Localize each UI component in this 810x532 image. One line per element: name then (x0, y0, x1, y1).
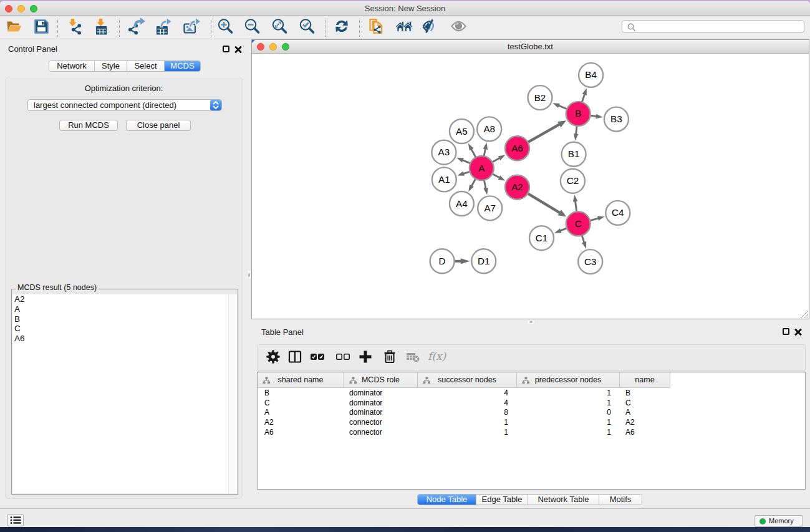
mcds-result-item[interactable]: A (12, 304, 237, 314)
column-header-successor-nodes[interactable]: successor nodes (418, 372, 517, 388)
mcds-result-item[interactable]: A2 (12, 294, 237, 304)
graph-node-A1[interactable]: A1 (432, 167, 456, 191)
graph-node-B2[interactable]: B2 (528, 85, 552, 110)
graph-node-D1[interactable]: D1 (471, 249, 496, 273)
memory-button[interactable]: Memory (755, 515, 803, 527)
mcds-result-item[interactable]: A6 (12, 334, 237, 344)
search-input[interactable] (639, 21, 801, 32)
column-header-shared-name[interactable]: shared name (258, 372, 344, 388)
table-panel-close-button[interactable] (794, 328, 802, 336)
task-history-button[interactable] (7, 514, 24, 526)
graph-node-A8[interactable]: A8 (477, 117, 501, 141)
table-row[interactable]: Adominator80A (258, 408, 805, 418)
table-row[interactable]: Cdominator41C (258, 399, 805, 409)
graph-node-A5[interactable]: A5 (450, 119, 474, 143)
graph-edge-C-C1[interactable] (554, 228, 567, 233)
control-panel-tab-mcds[interactable]: MCDS (165, 61, 200, 71)
graph-edge-A-A4[interactable] (468, 178, 476, 191)
delete-column-button[interactable] (382, 349, 397, 367)
control-panel-tab-network[interactable]: Network (49, 61, 95, 71)
graph-node-C[interactable]: C (566, 211, 591, 236)
run-mcds-button[interactable]: Run MCDS (59, 120, 118, 131)
clone-network-button[interactable] (368, 18, 385, 37)
graph-edge-A-A7[interactable] (483, 180, 488, 195)
mcds-result-item[interactable]: C (12, 324, 237, 334)
hide-selected-button[interactable] (422, 18, 439, 37)
select-all-columns-button[interactable] (310, 349, 325, 367)
column-header-MCDS-role[interactable]: MCDS role (344, 372, 418, 388)
table-tab-network-table[interactable]: Network Table (528, 495, 599, 505)
nested-network-button[interactable] (396, 18, 413, 37)
table-row[interactable]: Bdominator41B (258, 389, 805, 399)
table-tab-edge-table[interactable]: Edge Table (476, 495, 528, 505)
search-box[interactable] (622, 20, 804, 33)
graph-node-B3[interactable]: B3 (604, 107, 629, 132)
table-panel-float-button[interactable] (783, 328, 789, 335)
delete-table-button[interactable] (405, 349, 420, 367)
zoom-in-button[interactable] (217, 18, 234, 37)
refresh-layout-button[interactable] (334, 18, 350, 37)
graph-node-A2[interactable]: A2 (505, 175, 529, 200)
mcds-result-list[interactable]: A2ABCA6 (12, 294, 237, 493)
graph-edge-C-C4[interactable] (590, 216, 605, 220)
zoom-selected-button[interactable] (299, 18, 316, 37)
graph-edge-B-B3[interactable] (590, 114, 603, 119)
graph-node-D[interactable]: D (430, 249, 455, 273)
close-panel-button[interactable]: Close panel (126, 120, 191, 131)
graph-edge-B-B2[interactable] (552, 103, 567, 109)
graph-edge-C-C3[interactable] (582, 235, 586, 249)
graph-node-B1[interactable]: B1 (562, 142, 586, 167)
zoom-out-button[interactable] (244, 18, 261, 37)
column-header-predecessor-nodes[interactable]: predecessor nodes (517, 372, 620, 388)
mcds-result-item[interactable]: B (12, 314, 237, 324)
horizontal-split-handle[interactable] (527, 320, 535, 324)
graph-edge-B-B4[interactable] (582, 88, 587, 102)
graph-node-C2[interactable]: C2 (561, 169, 585, 193)
control-panel-close-button[interactable] (234, 46, 242, 53)
graph-edge-D-D1[interactable] (454, 258, 470, 264)
column-header-name[interactable]: name (620, 372, 670, 388)
import-network-button[interactable] (67, 18, 84, 37)
table-row[interactable]: A6connector11A6 (258, 428, 805, 438)
table-options-gear-button[interactable] (266, 349, 281, 367)
vertical-split-handle[interactable] (247, 270, 251, 279)
control-panel-tab-select[interactable]: Select (127, 61, 165, 71)
graph-edge-B-B1[interactable] (574, 125, 579, 140)
create-column-button[interactable] (358, 349, 373, 367)
graph-node-A7[interactable]: A7 (478, 196, 502, 220)
control-panel-tab-style[interactable]: Style (95, 61, 127, 71)
graph-node-A3[interactable]: A3 (432, 140, 456, 165)
graph-node-B4[interactable]: B4 (579, 63, 603, 87)
graph-edge-A-A1[interactable] (457, 172, 470, 176)
graph-node-B[interactable]: B (566, 102, 591, 126)
table-tab-motifs[interactable]: Motifs (599, 495, 642, 505)
graph-edge-A-A6[interactable] (492, 155, 505, 162)
graph-edge-A2-C[interactable] (528, 193, 567, 217)
graph-edge-A-A8[interactable] (483, 142, 488, 156)
optimization-criterion-dropdown[interactable]: largest connected component (directed) (27, 99, 222, 111)
show-all-button[interactable] (451, 18, 468, 37)
graph-node-A[interactable]: A (470, 156, 494, 180)
save-session-button[interactable] (33, 18, 50, 37)
graph-node-C4[interactable]: C4 (605, 201, 630, 225)
control-panel-float-button[interactable] (223, 46, 229, 52)
import-table-button[interactable] (94, 18, 110, 37)
mcds-result-scrollbar[interactable] (228, 294, 237, 493)
show-column-button[interactable] (287, 349, 302, 367)
export-network-button[interactable] (128, 18, 145, 37)
function-builder-button[interactable]: f(x) (427, 349, 448, 367)
export-table-button[interactable] (155, 18, 172, 37)
graph-node-C1[interactable]: C1 (529, 226, 554, 250)
graph-edge-A-A5[interactable] (468, 143, 476, 158)
graph-edge-A-A3[interactable] (456, 158, 471, 163)
zoom-fit-button[interactable] (271, 18, 288, 37)
graph-edge-A-A2[interactable] (492, 173, 505, 180)
unselect-all-columns-button[interactable] (335, 349, 350, 367)
export-image-button[interactable] (183, 18, 200, 37)
graph-edge-A6-B[interactable] (528, 120, 566, 142)
graph-edge-C-C2[interactable] (573, 195, 578, 212)
graph-node-A4[interactable]: A4 (450, 191, 474, 216)
graph-node-A6[interactable]: A6 (505, 136, 529, 160)
table-tab-node-table[interactable]: Node Table (418, 495, 476, 505)
open-file-button[interactable] (6, 18, 22, 37)
